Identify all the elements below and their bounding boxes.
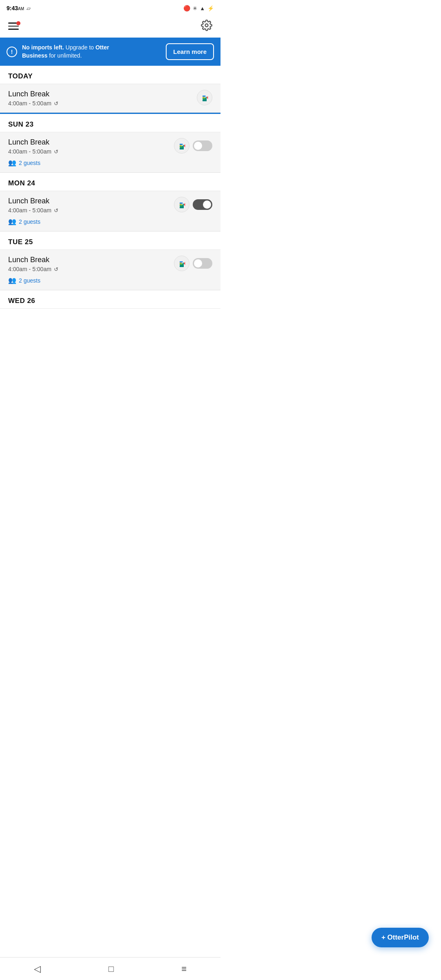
guests-icon-mon: 👥 [8, 218, 16, 225]
banner-business: Business [22, 52, 47, 59]
banner-otter: Otter [96, 44, 109, 51]
event-title-mon: Lunch Break [8, 197, 174, 205]
toggle-mon[interactable] [193, 199, 212, 210]
event-actions [197, 90, 212, 105]
video-icon: ▱ [27, 5, 31, 11]
banner-no-imports: No imports left. [22, 44, 64, 51]
google-meet-icon[interactable] [197, 90, 212, 105]
google-meet-icon-sun[interactable] [174, 138, 189, 154]
info-icon: ! [7, 47, 17, 57]
hamburger-line-2 [8, 26, 19, 27]
guests-row-mon[interactable]: 👥 2 guests [8, 218, 212, 225]
status-right: 🔴 ✳ ▲ ⚡ [183, 5, 214, 11]
day-header-today: TODAY [0, 66, 220, 84]
toggle-knob-tue [194, 259, 202, 267]
menu-button[interactable] [8, 22, 19, 30]
guests-count-mon: 2 guests [19, 218, 40, 225]
recur-icon-tue: ↺ [54, 266, 58, 272]
event-card-today-lunch[interactable]: Lunch Break 4:00am - 5:00am ↺ [0, 84, 220, 113]
section-sun23: SUN 23 Lunch Break 4:00am - 5:00am ↺ [0, 114, 220, 173]
status-bar: 9:43AM ▱ 🔴 ✳ ▲ ⚡ [0, 0, 220, 15]
event-actions-sun [174, 138, 212, 154]
settings-button[interactable] [201, 20, 212, 33]
recur-icon-sun: ↺ [54, 149, 58, 155]
banner-text: No imports left. Upgrade to Otter Busine… [22, 44, 161, 60]
upgrade-banner: ! No imports left. Upgrade to Otter Busi… [0, 38, 220, 66]
toggle-sun[interactable] [193, 140, 212, 151]
status-time: 9:43AM [7, 5, 24, 11]
svg-point-0 [205, 24, 208, 27]
google-meet-icon-tue[interactable] [174, 256, 189, 271]
event-time: 4:00am - 5:00am ↺ [8, 100, 197, 107]
guests-icon-tue: 👥 [8, 276, 16, 284]
section-wed26: WED 26 [0, 290, 220, 309]
toggle-knob-sun [194, 142, 202, 150]
toolbar [0, 15, 220, 38]
svg-rect-8 [180, 261, 183, 263]
event-title-sun: Lunch Break [8, 138, 174, 147]
day-header-wed26: WED 26 [0, 290, 220, 309]
guests-icon-sun: 👥 [8, 159, 16, 167]
gmeet-svg [200, 93, 209, 102]
event-time-sun: 4:00am - 5:00am ↺ [8, 148, 174, 155]
notification-dot [16, 21, 20, 25]
guests-row-tue[interactable]: 👥 2 guests [8, 276, 212, 284]
svg-rect-2 [203, 96, 205, 97]
day-header-mon24: MON 24 [0, 173, 220, 191]
guests-count-tue: 2 guests [19, 277, 40, 284]
event-time-mon: 4:00am - 5:00am ↺ [8, 207, 174, 214]
toggle-tue[interactable] [193, 258, 212, 269]
hamburger-line-3 [8, 29, 19, 30]
event-info-mon: Lunch Break 4:00am - 5:00am ↺ [8, 197, 174, 214]
google-meet-icon-mon[interactable] [174, 197, 189, 212]
learn-more-button[interactable]: Learn more [166, 43, 214, 60]
section-tue25: TUE 25 Lunch Break 4:00am - 5:00am ↺ [0, 232, 220, 290]
event-title: Lunch Break [8, 90, 197, 98]
guests-row-sun[interactable]: 👥 2 guests [8, 159, 212, 167]
day-header-sun23: SUN 23 [0, 114, 220, 132]
recur-icon-mon: ↺ [54, 207, 58, 214]
banner-unlimited: for unlimited. [49, 52, 82, 59]
svg-rect-4 [180, 144, 183, 145]
battery-icon: 🔴 [183, 5, 190, 11]
event-info: Lunch Break 4:00am - 5:00am ↺ [8, 90, 197, 107]
wifi-icon: ▲ [200, 5, 205, 11]
gmeet-svg-tue [177, 258, 187, 268]
day-header-tue25: TUE 25 [0, 232, 220, 250]
recur-icon: ↺ [54, 100, 58, 107]
event-card-mon-lunch[interactable]: Lunch Break 4:00am - 5:00am ↺ [0, 191, 220, 232]
gmeet-svg-sun [177, 141, 187, 151]
guests-count-sun: 2 guests [19, 160, 40, 166]
gear-icon [201, 20, 212, 31]
event-actions-mon [174, 197, 212, 212]
event-info-sun: Lunch Break 4:00am - 5:00am ↺ [8, 138, 174, 155]
gmeet-svg-mon [177, 200, 187, 209]
section-mon24: MON 24 Lunch Break 4:00am - 5:00am ↺ [0, 173, 220, 232]
event-card-tue-lunch[interactable]: Lunch Break 4:00am - 5:00am ↺ [0, 250, 220, 290]
event-time-tue: 4:00am - 5:00am ↺ [8, 266, 174, 272]
charging-icon: ⚡ [207, 5, 214, 11]
section-today: TODAY Lunch Break 4:00am - 5:00am ↺ [0, 66, 220, 114]
event-title-tue: Lunch Break [8, 256, 174, 264]
event-card-sun-lunch[interactable]: Lunch Break 4:00am - 5:00am ↺ [0, 132, 220, 173]
status-left: 9:43AM ▱ [7, 5, 31, 11]
bluetooth-icon: ✳ [193, 5, 197, 11]
toggle-knob-mon [203, 200, 211, 209]
banner-upgrade-text: Upgrade to [66, 44, 96, 51]
svg-rect-6 [180, 203, 183, 204]
event-info-tue: Lunch Break 4:00am - 5:00am ↺ [8, 256, 174, 272]
event-actions-tue [174, 256, 212, 271]
